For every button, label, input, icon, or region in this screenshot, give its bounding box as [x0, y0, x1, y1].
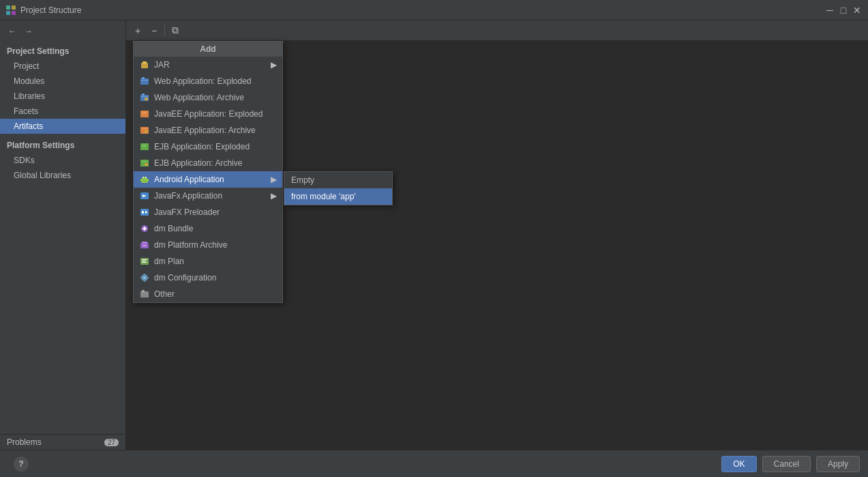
- other-icon: [139, 289, 150, 300]
- svg-rect-29: [140, 179, 142, 182]
- web-archive-icon: [139, 92, 150, 103]
- sidebar-item-global-libraries[interactable]: Global Libraries: [0, 168, 125, 183]
- menu-item-dm-plan-label: dm Plan: [154, 257, 184, 266]
- menu-item-ejb-exploded-label: EJB Application: Exploded: [154, 142, 250, 151]
- svg-rect-38: [144, 227, 145, 231]
- svg-rect-14: [142, 112, 147, 113]
- add-button[interactable]: +: [130, 23, 145, 38]
- app-icon: [5, 5, 16, 16]
- sidebar: ← → Project Settings Project Modules Lib…: [0, 20, 126, 450]
- sidebar-item-project[interactable]: Project: [0, 59, 125, 74]
- android-icon: [139, 174, 150, 185]
- remove-button[interactable]: −: [147, 23, 162, 38]
- menu-item-web-exploded-label: Web Application: Exploded: [154, 76, 252, 86]
- svg-rect-25: [141, 178, 148, 183]
- svg-rect-5: [143, 61, 147, 63]
- add-menu-header: Add: [134, 42, 282, 57]
- menu-item-dm-bundle-label: dm Bundle: [154, 224, 193, 233]
- window-controls: ─ □ ✕: [824, 5, 863, 16]
- menu-item-other[interactable]: Other: [134, 286, 282, 302]
- menu-item-dm-plan[interactable]: dm Plan: [134, 253, 282, 270]
- android-submenu: Empty from module 'app': [284, 171, 393, 205]
- menu-item-android[interactable]: Android Application ▶: [134, 171, 282, 188]
- svg-rect-3: [12, 11, 16, 15]
- sidebar-item-sdks[interactable]: SDKs: [0, 153, 125, 168]
- ok-button[interactable]: OK: [721, 456, 756, 472]
- svg-point-28: [145, 177, 147, 178]
- sidebar-item-modules[interactable]: Modules: [0, 74, 125, 89]
- menu-item-dm-config[interactable]: dm Configuration: [134, 270, 282, 286]
- help-button[interactable]: ?: [14, 457, 29, 472]
- svg-rect-23: [142, 161, 147, 162]
- add-menu: Add JAR ▶: [133, 41, 283, 303]
- svg-rect-40: [142, 242, 147, 244]
- window-title: Project Structure: [20, 5, 824, 15]
- menu-item-jar[interactable]: JAR ▶: [134, 57, 282, 73]
- svg-point-27: [143, 177, 144, 178]
- svg-rect-10: [142, 93, 145, 96]
- menu-item-javaee-exploded[interactable]: JavaEE Application: Exploded: [134, 106, 282, 122]
- dm-platform-icon: [139, 240, 150, 250]
- javaee-archive-icon: [139, 125, 150, 136]
- svg-rect-6: [140, 78, 149, 85]
- jar-arrow: ▶: [271, 60, 277, 70]
- content-area: + − ⧉ Add JA: [126, 20, 868, 450]
- menu-item-javafx-preloader[interactable]: JavaFX Preloader: [134, 204, 282, 220]
- svg-rect-45: [142, 262, 147, 263]
- svg-rect-44: [142, 261, 146, 261]
- menu-item-javafx[interactable]: JavaFx Application ▶: [134, 188, 282, 204]
- menu-item-dm-platform[interactable]: dm Platform Archive: [134, 237, 282, 253]
- content-toolbar: + − ⧉: [126, 20, 868, 41]
- menu-item-ejb-archive[interactable]: EJB Application: Archive: [134, 155, 282, 171]
- android-arrow: ▶: [271, 175, 277, 184]
- add-dropdown: Add JAR ▶: [133, 41, 283, 303]
- submenu-item-module[interactable]: from module 'app': [284, 188, 392, 205]
- ejb-archive-icon: [139, 158, 150, 169]
- maximize-button[interactable]: □: [838, 5, 849, 16]
- close-button[interactable]: ✕: [852, 5, 863, 16]
- cancel-button[interactable]: Cancel: [762, 456, 811, 472]
- svg-rect-24: [145, 163, 148, 166]
- svg-rect-49: [144, 280, 145, 282]
- javafx-icon: [139, 190, 150, 201]
- toolbar-separator: [164, 25, 165, 36]
- forward-button[interactable]: →: [22, 25, 35, 38]
- menu-item-javaee-archive-label: JavaEE Application: Archive: [154, 126, 256, 135]
- sidebar-item-libraries[interactable]: Libraries: [0, 89, 125, 104]
- minimize-button[interactable]: ─: [824, 5, 835, 16]
- menu-item-javafx-label: JavaFx Application: [154, 191, 222, 201]
- svg-point-47: [143, 276, 146, 279]
- svg-rect-18: [145, 130, 148, 133]
- android-submenu-wrapper: Android Application ▶ Empty from module …: [134, 171, 282, 188]
- sidebar-item-artifacts[interactable]: Artifacts: [0, 119, 125, 134]
- menu-item-ejb-exploded[interactable]: EJB Application: Exploded: [134, 139, 282, 155]
- dm-config-icon: [139, 272, 150, 283]
- svg-rect-17: [142, 128, 147, 129]
- menu-item-dm-bundle[interactable]: dm Bundle: [134, 220, 282, 237]
- web-exploded-icon: [139, 76, 150, 87]
- javafx-preloader-icon: [139, 207, 150, 218]
- apply-button[interactable]: Apply: [816, 456, 860, 472]
- submenu-item-empty[interactable]: Empty: [284, 172, 392, 188]
- project-settings-label: Project Settings: [0, 42, 125, 59]
- svg-rect-21: [142, 146, 146, 147]
- title-bar: Project Structure ─ □ ✕: [0, 0, 868, 20]
- svg-rect-7: [142, 77, 145, 79]
- menu-item-web-archive[interactable]: Web Application: Archive: [134, 89, 282, 106]
- sidebar-problems[interactable]: Problems 27: [0, 434, 125, 450]
- ejb-exploded-icon: [139, 141, 150, 152]
- javafx-arrow: ▶: [271, 191, 277, 201]
- svg-rect-12: [145, 98, 148, 100]
- copy-button[interactable]: ⧉: [168, 23, 183, 38]
- svg-rect-4: [141, 63, 148, 68]
- back-button[interactable]: ←: [5, 25, 19, 38]
- menu-item-jar-label: JAR: [154, 60, 170, 70]
- sidebar-item-facets[interactable]: Facets: [0, 104, 125, 119]
- menu-item-dm-config-label: dm Configuration: [154, 273, 216, 283]
- menu-item-web-exploded[interactable]: Web Application: Exploded: [134, 73, 282, 89]
- menu-item-javaee-archive[interactable]: JavaEE Application: Archive: [134, 122, 282, 139]
- content-inner: Add JAR ▶: [126, 41, 868, 450]
- menu-item-android-label: Android Application: [154, 175, 224, 184]
- svg-rect-34: [142, 211, 144, 214]
- nav-bar: ← →: [0, 20, 125, 42]
